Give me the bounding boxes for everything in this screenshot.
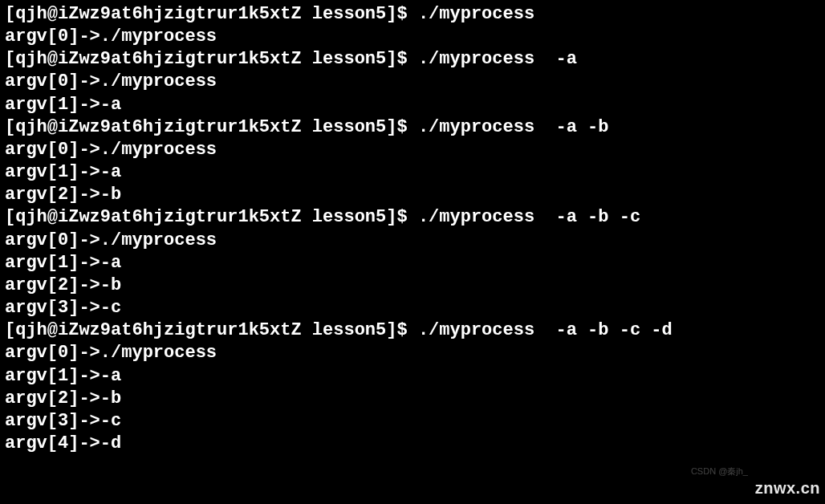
terminal-line: [qjh@iZwz9at6hjzigtrur1k5xtZ lesson5]$ .… xyxy=(5,319,820,342)
terminal-line: argv[1]->-a xyxy=(5,94,820,116)
terminal-line: [qjh@iZwz9at6hjzigtrur1k5xtZ lesson5]$ .… xyxy=(5,3,820,26)
terminal-line: [qjh@iZwz9at6hjzigtrur1k5xtZ lesson5]$ .… xyxy=(5,116,820,139)
terminal-line: [qjh@iZwz9at6hjzigtrur1k5xtZ lesson5]$ .… xyxy=(5,206,820,229)
terminal-line: argv[0]->./myprocess xyxy=(5,230,820,252)
terminal-line: argv[1]->-a xyxy=(5,161,820,184)
terminal-line: argv[3]->-c xyxy=(5,297,820,319)
terminal-line: argv[4]->-d xyxy=(5,433,820,455)
terminal-line: argv[2]->-b xyxy=(5,274,820,297)
terminal-line: argv[3]->-c xyxy=(5,410,820,433)
terminal-line: [qjh@iZwz9at6hjzigtrur1k5xtZ lesson5]$ .… xyxy=(5,48,820,71)
terminal-line: argv[1]->-a xyxy=(5,252,820,274)
terminal-line: argv[2]->-b xyxy=(5,184,820,206)
terminal-line: argv[0]->./myprocess xyxy=(5,342,820,364)
watermark-znwx: znwx.cn xyxy=(755,478,820,499)
terminal-line: argv[0]->./myprocess xyxy=(5,26,820,48)
terminal-line: argv[0]->./myprocess xyxy=(5,139,820,161)
terminal-line: argv[0]->./myprocess xyxy=(5,71,820,93)
terminal-window[interactable]: [qjh@iZwz9at6hjzigtrur1k5xtZ lesson5]$ .… xyxy=(5,3,820,455)
terminal-line: argv[2]->-b xyxy=(5,388,820,410)
watermark-csdn: CSDN @秦jh_ xyxy=(691,465,748,477)
terminal-line: argv[1]->-a xyxy=(5,365,820,388)
